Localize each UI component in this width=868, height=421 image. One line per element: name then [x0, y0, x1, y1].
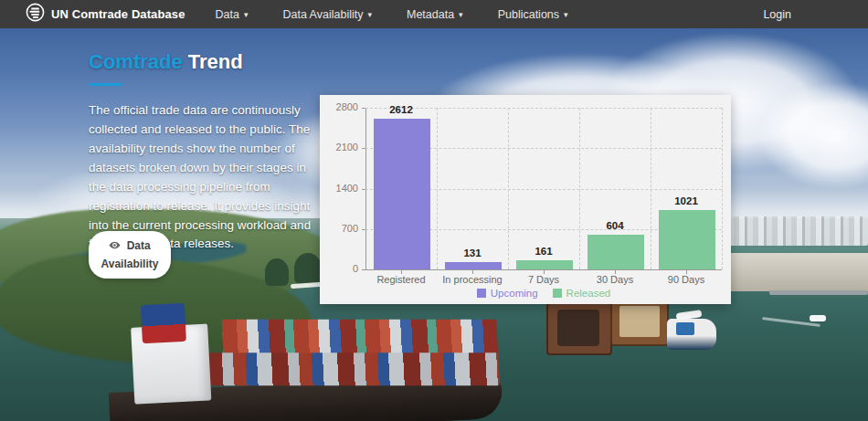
x-axis-category-label: 30 Days [579, 274, 651, 285]
ship-containers [206, 353, 500, 385]
tugboat [667, 319, 716, 350]
legend-item-upcoming[interactable]: Upcoming [477, 288, 538, 299]
top-navbar: UN Comtrade Database Data▾Data Availabil… [0, 0, 868, 28]
legend-label: Released [566, 288, 611, 299]
nav-item-label: Metadata [407, 8, 454, 21]
x-axis-tick-mark [544, 270, 545, 274]
y-axis-tick-label: 0 [320, 263, 358, 274]
nav-item-metadata[interactable]: Metadata▾ [389, 0, 481, 28]
x-axis-tick-mark [401, 270, 402, 274]
port-island [711, 253, 868, 291]
x-axis-category-label: In processing [437, 274, 508, 285]
nav-item-label: Data [216, 8, 239, 21]
storage-tank [265, 258, 289, 286]
nav-item-data[interactable]: Data▾ [198, 0, 266, 28]
page-title-accent: Comtrade [89, 50, 183, 73]
ship-containers [222, 320, 499, 356]
bar-30-days[interactable] [587, 235, 644, 269]
bar-90-days[interactable] [659, 210, 715, 269]
vertical-gridline [651, 108, 651, 269]
barge-rig [557, 310, 599, 346]
storage-tank [294, 253, 322, 284]
container-ship [104, 289, 504, 421]
brand-title: UN Comtrade Database [51, 7, 185, 21]
tugboat-cabin [676, 322, 694, 335]
bar-7-days[interactable] [516, 260, 573, 269]
vertical-gridline [437, 108, 438, 269]
nav-menu: Data▾Data Availability▾Metadata▾Publicat… [198, 0, 586, 28]
page-title-rest: Trend [188, 50, 243, 73]
caret-down-icon: ▾ [367, 10, 372, 19]
hero-content: Comtrade Trend The official trade data a… [89, 28, 326, 254]
y-axis-tick-label: 700 [320, 223, 358, 234]
x-axis-category-label: 7 Days [508, 274, 579, 285]
comtrade-logo-icon [26, 3, 45, 26]
x-axis-tick-mark [686, 270, 687, 274]
bar-value-label: 131 [437, 247, 508, 258]
chart-panel: UpcomingReleased 07001400210028002612Reg… [320, 95, 731, 304]
nav-item-data-availability[interactable]: Data Availability▾ [265, 0, 389, 28]
vertical-gridline [722, 108, 723, 269]
bar-in-processing[interactable] [445, 262, 502, 269]
legend-swatch [553, 289, 562, 298]
ship-funnel [141, 303, 186, 343]
legend-label: Upcoming [491, 288, 538, 299]
y-axis-tick-label: 1400 [320, 183, 358, 194]
bar-value-label: 604 [579, 220, 651, 231]
x-axis-tick-mark [615, 270, 616, 274]
caret-down-icon: ▾ [459, 10, 463, 19]
chart-legend: UpcomingReleased [365, 286, 722, 300]
caret-down-icon: ▾ [244, 10, 249, 19]
caret-down-icon: ▾ [564, 10, 568, 19]
barge [610, 297, 669, 346]
vertical-gridline [579, 108, 580, 269]
small-boat [810, 315, 826, 321]
bridge [769, 290, 868, 295]
x-axis-category-label: Registered [365, 274, 437, 285]
legend-item-released[interactable]: Released [553, 288, 611, 299]
hero-section: Comtrade Trend The official trade data a… [0, 28, 868, 421]
bar-value-label: 2612 [365, 104, 437, 115]
nav-item-label: Publications [498, 8, 559, 21]
nav-item-label: Data Availability [282, 8, 363, 21]
brand-logo[interactable]: UN Comtrade Database [26, 3, 185, 26]
y-axis-tick-label: 2800 [320, 101, 358, 112]
y-axis-tick-mark [362, 269, 365, 270]
barge [546, 302, 612, 355]
city-skyline [720, 216, 868, 246]
x-axis-category-label: 90 Days [651, 274, 722, 285]
eye-icon [109, 241, 123, 254]
y-axis-tick-label: 2100 [320, 142, 358, 153]
legend-swatch [477, 289, 486, 298]
title-underline [89, 83, 122, 86]
login-link[interactable]: Login [763, 8, 791, 21]
nav-item-publications[interactable]: Publications▾ [481, 0, 586, 28]
barge-deck [619, 306, 660, 337]
page-title: Comtrade Trend [89, 50, 326, 74]
x-axis-tick-mark [472, 270, 473, 274]
bar-registered[interactable] [374, 119, 430, 269]
bar-value-label: 1021 [651, 195, 722, 206]
bar-value-label: 161 [508, 246, 579, 257]
data-availability-button[interactable]: Data Availability [89, 231, 171, 279]
